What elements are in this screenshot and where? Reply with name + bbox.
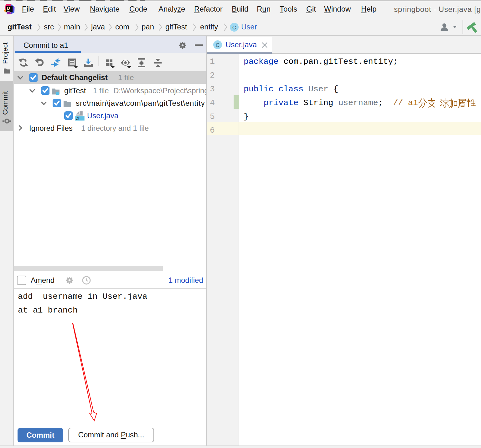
svg-text:C: C [216, 42, 220, 48]
svg-text:C: C [232, 25, 236, 31]
svg-text:IJ: IJ [7, 6, 10, 11]
svg-text:J: J [76, 116, 79, 121]
